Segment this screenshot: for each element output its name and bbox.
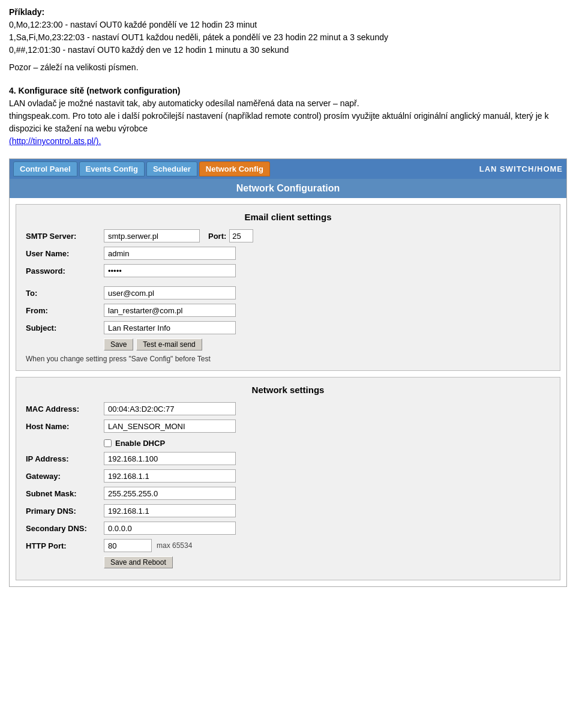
examples-note: Pozor – záleží na velikosti písmen. [9, 61, 567, 74]
mac-label: MAC Address: [26, 405, 104, 414]
examples-heading: Příklady: [9, 7, 44, 17]
from-row: From: [26, 304, 550, 317]
network-panel-title: Network settings [26, 385, 550, 395]
password-row: Password: [26, 264, 550, 277]
from-input[interactable] [104, 304, 236, 317]
subnet-label: Subnet Mask: [26, 489, 104, 498]
email-note: When you change setting press "Save Conf… [26, 355, 550, 363]
tab-scheduler[interactable]: Scheduler [146, 161, 197, 176]
username-label: User Name: [26, 249, 104, 258]
hostname-row: Host Name: [26, 420, 550, 433]
from-label: From: [26, 306, 104, 315]
dhcp-label: Enable DHCP [115, 439, 165, 448]
subnet-row: Subnet Mask: [26, 487, 550, 500]
password-label: Password: [26, 266, 104, 275]
nav-brand: LAN SWITCH/HOME [479, 164, 563, 173]
example-line1: 0,Mo,12:23:00 - nastaví OUT0 každé pondě… [9, 20, 257, 29]
tab-network-config[interactable]: Network Config [199, 161, 270, 176]
nav-tabs: Control Panel Events Config Scheduler Ne… [13, 161, 270, 176]
section-title: Network Configuration [10, 179, 566, 198]
username-row: User Name: [26, 247, 550, 260]
mac-input[interactable] [104, 402, 236, 415]
test-email-button[interactable]: Test e-mail send [136, 338, 202, 350]
gateway-input[interactable] [104, 469, 236, 483]
gateway-label: Gateway: [26, 472, 104, 481]
save-email-button[interactable]: Save [104, 338, 133, 350]
hostname-label: Host Name: [26, 422, 104, 431]
tab-events-config[interactable]: Events Config [79, 161, 145, 176]
subnet-input[interactable] [104, 487, 236, 500]
email-panel-title: Email client settings [26, 212, 550, 222]
secondary-dns-row: Secondary DNS: [26, 522, 550, 535]
save-reboot-row: Save and Reboot [26, 556, 550, 568]
port-label: Port: [208, 232, 226, 241]
ip-row: IP Address: [26, 452, 550, 465]
to-input[interactable] [104, 286, 236, 299]
ip-input[interactable] [104, 452, 236, 465]
subject-label: Subject: [26, 323, 104, 332]
smtp-label: SMTP Server: [26, 232, 104, 241]
http-port-input[interactable] [104, 539, 152, 552]
http-port-max: max 65534 [157, 541, 192, 550]
nav-bar: Control Panel Events Config Scheduler Ne… [10, 159, 566, 179]
section4-link[interactable]: (http://tinycontrol.ats.pl/). [9, 136, 101, 146]
section4-text1: LAN ovladač je možné nastavit tak, aby a… [9, 98, 359, 108]
main-panel: Control Panel Events Config Scheduler Ne… [9, 158, 567, 587]
section4-heading: 4. Konfigurace sítě (network configurati… [9, 86, 180, 95]
to-label: To: [26, 289, 104, 298]
port-input[interactable] [229, 229, 253, 242]
save-reboot-button[interactable]: Save and Reboot [104, 556, 173, 568]
subject-input[interactable] [104, 321, 236, 334]
primary-dns-label: Primary DNS: [26, 507, 104, 516]
section4-text: 4. Konfigurace sítě (network configurati… [9, 85, 567, 148]
ip-label: IP Address: [26, 454, 104, 463]
section4-text2: thingspeak.com. Pro toto ale i další pok… [9, 111, 549, 133]
primary-dns-row: Primary DNS: [26, 504, 550, 517]
example-line2: 1,Sa,Fi,Mo,23:22:03 - nastaví OUT1 každo… [9, 32, 388, 42]
dhcp-row: Enable DHCP [26, 439, 550, 448]
username-input[interactable] [104, 247, 236, 260]
example-line3: 0,##,12:01:30 - nastaví OUT0 každý den v… [9, 45, 289, 55]
network-settings-panel: Network settings MAC Address: Host Name:… [16, 377, 560, 580]
dhcp-checkbox[interactable] [104, 439, 112, 447]
email-buttons-row: Save Test e-mail send [26, 338, 550, 350]
mac-row: MAC Address: [26, 402, 550, 415]
password-input[interactable] [104, 264, 236, 277]
http-port-row: HTTP Port: max 65534 [26, 539, 550, 552]
http-port-label: HTTP Port: [26, 541, 104, 550]
smtp-input[interactable] [104, 229, 200, 242]
email-settings-panel: Email client settings SMTP Server: Port:… [16, 204, 560, 371]
secondary-dns-input[interactable] [104, 522, 236, 535]
primary-dns-input[interactable] [104, 504, 236, 517]
gateway-row: Gateway: [26, 469, 550, 483]
to-row: To: [26, 286, 550, 299]
secondary-dns-label: Secondary DNS: [26, 524, 104, 533]
smtp-row: SMTP Server: Port: [26, 229, 550, 242]
examples-section: Příklady: 0,Mo,12:23:00 - nastaví OUT0 k… [9, 6, 567, 74]
subject-row: Subject: [26, 321, 550, 334]
tab-control-panel[interactable]: Control Panel [13, 161, 77, 176]
hostname-input[interactable] [104, 420, 236, 433]
